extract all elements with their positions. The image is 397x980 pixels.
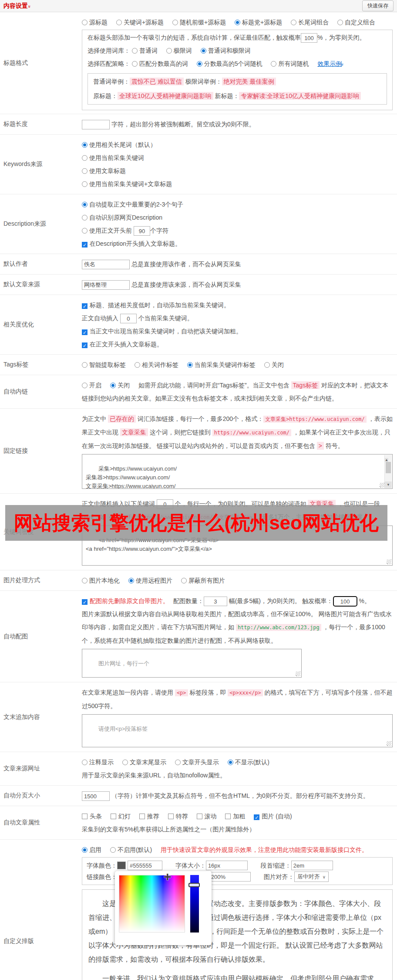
default-source-input[interactable] [82, 280, 130, 290]
example-label: 新标题： [215, 92, 239, 99]
radio-current-keyword[interactable]: 使用当前采集关键词 [82, 151, 386, 164]
radio-related-longtail[interactable]: 使用相关长尾词（默认） [82, 138, 386, 151]
radio-smart-tags[interactable]: 智能提取标签 [82, 361, 126, 368]
font-size-input[interactable] [206, 861, 248, 870]
radio-normal-words[interactable]: 普通词 [132, 47, 158, 54]
scrollbar-thumb[interactable] [386, 462, 391, 473]
radio-comment-display[interactable]: 注释显示 [82, 759, 114, 766]
image-count-input[interactable] [204, 597, 227, 606]
resize-grip-icon[interactable] [387, 741, 391, 746]
checkbox-special[interactable]: 特荐 [168, 813, 188, 820]
radio-layout-disable[interactable]: 不启用(默认) [110, 846, 152, 853]
radio-layout-enable[interactable]: 启用 [82, 846, 101, 853]
radio-extreme-words[interactable]: 极限词 [166, 47, 192, 54]
color-picker-crosshair-icon[interactable]: + [164, 870, 172, 883]
checkbox-auto-add-keyword[interactable]: 标题、描述相关度低时，自动添加当前采集关键词。 [82, 298, 386, 312]
radio-circle-icon [175, 760, 181, 765]
radio-localize-images[interactable]: 图片本地化 [82, 577, 120, 584]
radio-innerlink-off[interactable]: 关闭 [110, 382, 130, 389]
auto-attrs-note: 采集到的文章有5%机率获得以上所选属性之一（图片属性除外） [82, 823, 393, 836]
radio-related-word-tags[interactable]: 相关词作标签 [135, 361, 178, 368]
radio-keyword-plus-title[interactable]: 使用当前采集关键词+文章标题 [82, 177, 386, 190]
example-label: 原标题： [93, 92, 118, 99]
radio-current-keyword-tags[interactable]: 当前采集关键词作标签 [187, 361, 256, 368]
radio-article-end-display[interactable]: 文章末尾显示 [122, 759, 166, 766]
fixed-links-textarea[interactable]: 采集>https://www.ucaiyun.com/ 采集器>https://… [82, 454, 393, 489]
checkbox-bold-keyword[interactable]: 当正文中出现当前采集关键词时，自动把该关键词加粗。 [82, 325, 386, 338]
radio-block-images[interactable]: 屏蔽所有图片 [181, 577, 225, 584]
row-append-content: 文末追加内容 在文章末尾追加一段内容，请使用 <p> 标签段落，即 <p>xxx… [0, 682, 397, 752]
image-urls-textarea[interactable]: 图片网址，每行一个 [82, 649, 302, 678]
resize-grip-icon[interactable] [380, 483, 384, 488]
checkbox-insert-title-in-body[interactable]: 在正文开头插入文章标题。 [82, 338, 386, 351]
color-value-slider[interactable] [190, 875, 199, 933]
image-align-select[interactable]: 居中对齐∨ [294, 871, 329, 882]
radio-longtail-combo[interactable]: 长尾词组合 [291, 19, 329, 26]
radio-source-title[interactable]: 源标题 [82, 19, 108, 26]
scroll-down-icon[interactable]: ▼ [385, 482, 392, 488]
scroll-up-icon[interactable]: ▲ [385, 458, 388, 462]
option-label: 长尾词组合 [298, 19, 329, 26]
collapse-chevron-icon[interactable]: » [27, 5, 32, 7]
radio-article-start-display[interactable]: 文章开头显示 [175, 759, 219, 766]
checkbox-bold[interactable]: 加粗 [225, 813, 245, 820]
radio-first-chars[interactable]: 使用正文开头前 [82, 227, 132, 234]
scrollbar[interactable]: ▲▼ [384, 455, 392, 488]
row-label-fixed-links: 固定链接 [0, 447, 82, 455]
description-chars-input[interactable] [134, 226, 150, 236]
row-fixed-links: 固定链接 为正文中 已存在的 词汇添加链接，每行一个，最多200个，格式：文章采… [0, 409, 397, 494]
insert-count-input[interactable] [120, 314, 137, 323]
image-probability-input[interactable] [333, 596, 357, 607]
checkbox-image-auto[interactable]: 图片 (自动) [254, 813, 292, 820]
font-color-label: 字体颜色： [87, 860, 117, 871]
option-label: 所有词随机 [278, 60, 309, 67]
radio-highest-score-word[interactable]: 匹配分数最高的词 [132, 60, 188, 67]
color-slider-handle[interactable] [188, 883, 200, 887]
watermark-text: 网站搜索引擎优化是什么(杭州seo网站优化 [14, 510, 379, 536]
append-content-textarea[interactable]: 请使用<p>段落标签 [82, 714, 393, 747]
radio-all-random[interactable]: 所有词随机 [271, 60, 309, 67]
title-length-input[interactable] [82, 120, 110, 129]
radio-original-description[interactable]: 自动识别原网页Description [82, 211, 386, 224]
radio-remote-images[interactable]: 使用远程图片 [128, 577, 172, 584]
quick-save-button[interactable]: 快速保存 [362, 0, 394, 11]
default-author-input[interactable] [82, 260, 130, 269]
radio-extract-sentences[interactable]: 自动提取正文中最重要的2-3个句子 [82, 198, 386, 211]
option-label: 使用相关长尾词（默认） [89, 141, 156, 148]
checkbox-delete-original-images[interactable]: 配图前先删除原文自带图片。 [82, 597, 169, 604]
radio-prefix-source-title[interactable]: 随机前缀+源标题 [172, 19, 226, 26]
resize-grip-icon[interactable] [387, 560, 391, 564]
radio-circle-icon [82, 362, 87, 368]
color-saturation-grid[interactable]: + [119, 875, 185, 933]
radio-keyword-source-title[interactable]: 关键词+源标题 [116, 19, 164, 26]
image-prob-suffix: %。 [359, 597, 370, 604]
clickbait-probability-input[interactable] [301, 33, 317, 43]
checkbox-scroll[interactable]: 滚动 [197, 813, 217, 820]
checkbox-insert-title-in-description[interactable]: 在Description开头插入文章标题。 [82, 237, 386, 250]
option-label: 使用当前采集关键词+文章标题 [89, 180, 172, 187]
row-keyword-density: 关键词密度 正文中随机插入以下关键词 个，每行一个，为0则关闭。可以是单独的词语… [0, 494, 397, 570]
clickbait-settings-box: 在标题头部添加一个有吸引力的短语，系统自动计算，保证最佳匹配，触发概率%，为零则… [82, 30, 393, 110]
desc-text: 在文章末尾追加一段内容，请使用 [82, 689, 175, 696]
indent-input[interactable] [291, 861, 333, 870]
row-default-author: 默认作者 总是直接使用该作者，而不会从网页采集 [0, 254, 397, 275]
radio-innerlink-on[interactable]: 开启 [82, 382, 101, 389]
radio-custom-combo[interactable]: 自定义组合 [337, 19, 375, 26]
radio-article-title[interactable]: 使用文章标题 [82, 164, 386, 177]
radio-clickbait-source-title[interactable]: 标题党+源标题 [235, 19, 282, 26]
radio-no-display[interactable]: 不显示(默认) [228, 759, 269, 766]
font-color-input[interactable] [128, 861, 162, 870]
fixed-links-desc: 为正文中 已存在的 词汇添加链接，每行一个，最多200个，格式：文章采集>htt… [82, 412, 393, 452]
font-color-swatch[interactable] [117, 861, 126, 869]
checkbox-slide[interactable]: 幻灯 [111, 813, 131, 820]
image-count-label: 配图数量： [173, 597, 204, 604]
link-color-label: 链接颜色： [87, 871, 117, 882]
radio-normal-and-extreme-words[interactable]: 普通词和极限词 [201, 47, 251, 54]
checkbox-headline[interactable]: 头条 [82, 813, 102, 820]
resize-grip-icon[interactable] [296, 671, 300, 676]
radio-top5-random[interactable]: 分数最高的5个词随机 [197, 60, 262, 67]
radio-tags-off[interactable]: 关闭 [264, 361, 284, 368]
line-height-input[interactable] [209, 872, 251, 882]
paging-size-input[interactable] [82, 791, 110, 801]
checkbox-recommend[interactable]: 推荐 [139, 813, 159, 820]
